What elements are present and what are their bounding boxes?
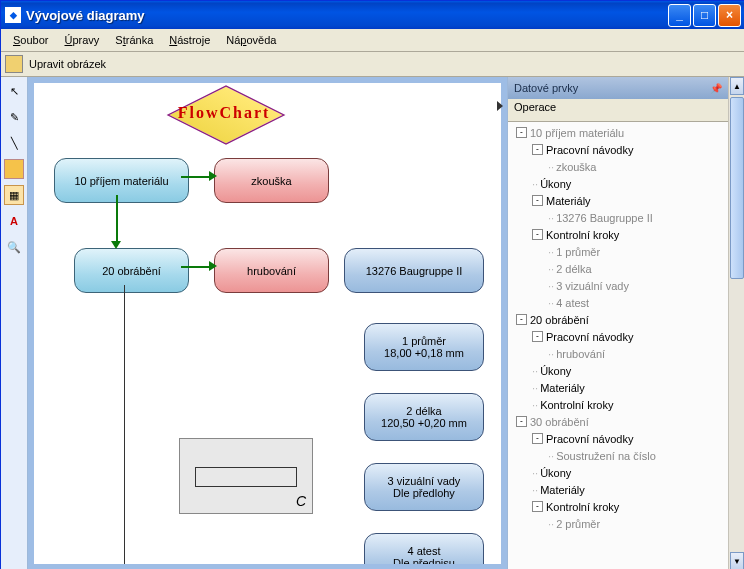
tree-view[interactable]: -10 příjem materiálu-Pracovní návodky·· … <box>508 122 728 569</box>
tree-item[interactable]: -Pracovní návodky <box>510 430 726 447</box>
menu-edit[interactable]: Úpravy <box>56 32 107 48</box>
arrow-2-head <box>209 261 217 271</box>
scroll-down-button[interactable]: ▼ <box>730 552 744 569</box>
canvas-area: FlowChart 10 příjem materiálu zkouška 20… <box>28 77 507 569</box>
edit-image-label: Upravit obrázek <box>29 58 106 70</box>
arrow-v1-head <box>111 241 121 249</box>
tree-toggle-icon[interactable]: - <box>532 501 543 512</box>
toolbar: Upravit obrázek <box>1 52 744 77</box>
menu-tools[interactable]: Nástroje <box>161 32 218 48</box>
menubar: Soubor Úpravy Stránka Nástroje Nápověda <box>1 29 744 52</box>
selector-arrow-icon <box>497 101 503 111</box>
data-panel: Datové prvky 📌 Operace -10 příjem materi… <box>507 77 728 569</box>
tree-item[interactable]: ·· Úkony <box>510 464 726 481</box>
tree-item[interactable]: ·· hrubování <box>510 345 726 362</box>
tree-item[interactable]: -Pracovní návodky <box>510 328 726 345</box>
tree-item[interactable]: ·· 13276 Baugruppe II <box>510 209 726 226</box>
menu-page[interactable]: Stránka <box>107 32 161 48</box>
scroll-up-button[interactable]: ▲ <box>730 77 744 95</box>
arrow-v2 <box>124 285 125 564</box>
node-2-delka[interactable]: 2 délka120,50 +0,20 mm <box>364 393 484 441</box>
window-title: Vývojové diagramy <box>26 8 668 23</box>
tree-item[interactable]: ·· 1 průměr <box>510 243 726 260</box>
node-1-prumer[interactable]: 1 průměr18,00 +0,18 mm <box>364 323 484 371</box>
node-zkouska[interactable]: zkouška <box>214 158 329 203</box>
tree-item[interactable]: ·· 2 průměr <box>510 515 726 532</box>
tree-item[interactable]: ·· Soustružení na číslo <box>510 447 726 464</box>
node-baugruppe[interactable]: 13276 Baugruppe II <box>344 248 484 293</box>
tree-toggle-icon[interactable]: - <box>516 127 527 138</box>
technical-drawing[interactable] <box>179 438 313 514</box>
tree-toggle-icon[interactable]: - <box>532 229 543 240</box>
panel-header[interactable]: Datové prvky 📌 <box>508 77 728 99</box>
tree-item[interactable]: ·· Materiály <box>510 379 726 396</box>
tree-item[interactable]: ·· Úkony <box>510 175 726 192</box>
minimize-button[interactable]: _ <box>668 4 691 27</box>
node-20-obrabeni[interactable]: 20 obrábění <box>74 248 189 293</box>
tree-item[interactable]: ·· Materiály <box>510 481 726 498</box>
tree-item[interactable]: -Kontrolní kroky <box>510 226 726 243</box>
tree-toggle-icon[interactable]: - <box>532 331 543 342</box>
tree-toggle-icon[interactable]: - <box>516 314 527 325</box>
arrow-v1 <box>116 195 118 246</box>
arrow-2 <box>181 266 211 268</box>
titlebar[interactable]: ◆ Vývojové diagramy _ □ × <box>1 1 744 29</box>
tree-item[interactable]: ·· 2 délka <box>510 260 726 277</box>
menu-file[interactable]: Soubor <box>5 32 56 48</box>
node-4-atest[interactable]: 4 atestDle předpisu <box>364 533 484 564</box>
tree-item[interactable]: ·· Úkony <box>510 362 726 379</box>
edit-image-icon[interactable] <box>5 55 23 73</box>
left-toolbar: ↖ ✎ ╲ ▦ A 🔍 <box>1 77 28 569</box>
arrow-1 <box>181 176 211 178</box>
tree-item[interactable]: ·· 3 vizuální vady <box>510 277 726 294</box>
pointer-tool-icon[interactable]: ↖ <box>4 81 24 101</box>
canvas[interactable]: FlowChart 10 příjem materiálu zkouška 20… <box>34 83 501 564</box>
scroll-thumb[interactable] <box>730 97 744 279</box>
tree-toggle-icon[interactable]: - <box>532 433 543 444</box>
tree-item[interactable]: -20 obrábění <box>510 311 726 328</box>
tree-item[interactable]: -Materiály <box>510 192 726 209</box>
tree-item[interactable]: -10 příjem materiálu <box>510 124 726 141</box>
vertical-scrollbar[interactable]: ▲ ▼ <box>728 77 744 569</box>
image-tool-icon[interactable]: ▦ <box>4 185 24 205</box>
panel-subheader[interactable]: Operace <box>508 99 728 122</box>
tree-item[interactable]: -Pracovní návodky <box>510 141 726 158</box>
tree-toggle-icon[interactable]: - <box>516 416 527 427</box>
node-hrubovani[interactable]: hrubování <box>214 248 329 293</box>
menu-help[interactable]: Nápověda <box>218 32 284 48</box>
arrow-1-head <box>209 171 217 181</box>
maximize-button[interactable]: □ <box>693 4 716 27</box>
tree-item[interactable]: -Kontrolní kroky <box>510 498 726 515</box>
tree-item[interactable]: ·· 4 atest <box>510 294 726 311</box>
flowchart-title-shape[interactable]: FlowChart <box>144 93 304 133</box>
tree-item[interactable]: ·· Kontrolní kroky <box>510 396 726 413</box>
shape-tool-icon[interactable] <box>4 159 24 179</box>
node-3-vizualni[interactable]: 3 vizuální vadyDle předlohy <box>364 463 484 511</box>
node-10-prijem[interactable]: 10 příjem materiálu <box>54 158 189 203</box>
text-tool-icon[interactable]: A <box>4 211 24 231</box>
tree-item[interactable]: ·· zkouška <box>510 158 726 175</box>
close-button[interactable]: × <box>718 4 741 27</box>
app-window: ◆ Vývojové diagramy _ □ × Soubor Úpravy … <box>0 0 744 569</box>
app-icon: ◆ <box>5 7 21 23</box>
line-tool-icon[interactable]: ╲ <box>4 133 24 153</box>
workspace: ↖ ✎ ╲ ▦ A 🔍 FlowChart 10 příjem materiál… <box>1 77 744 569</box>
tree-item[interactable]: -30 obrábění <box>510 413 726 430</box>
tree-toggle-icon[interactable]: - <box>532 144 543 155</box>
edit-tool-icon[interactable]: ✎ <box>4 107 24 127</box>
pin-icon[interactable]: 📌 <box>710 83 722 94</box>
zoom-tool-icon[interactable]: 🔍 <box>4 237 24 257</box>
tree-toggle-icon[interactable]: - <box>532 195 543 206</box>
